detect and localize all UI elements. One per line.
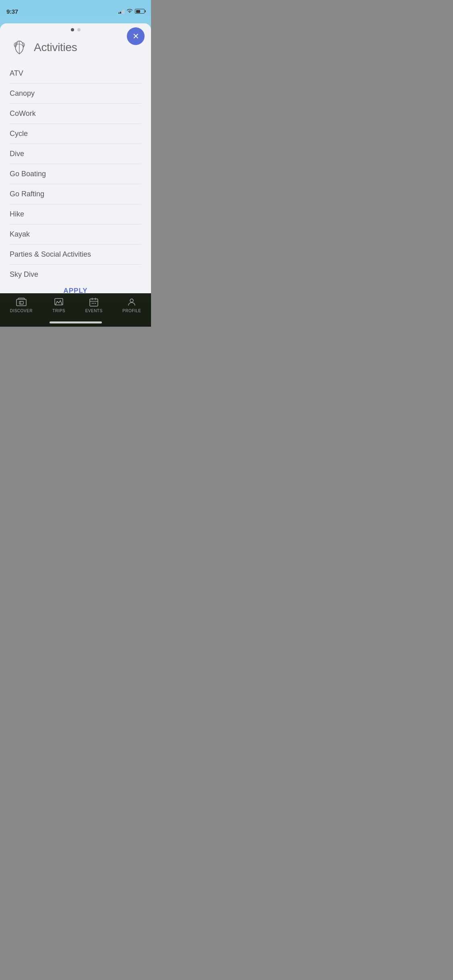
activity-item-cowork[interactable]: CoWork xyxy=(10,104,141,124)
activity-name: Canopy xyxy=(10,89,35,97)
nav-profile[interactable]: PROFILE xyxy=(122,297,141,313)
activity-name: CoWork xyxy=(10,109,36,117)
trips-icon xyxy=(53,297,64,307)
close-icon: ✕ xyxy=(132,32,139,40)
activity-name: ATV xyxy=(10,69,23,77)
activity-item-sky-dive[interactable]: Sky Dive xyxy=(10,265,141,280)
svg-point-11 xyxy=(130,299,133,302)
svg-point-10 xyxy=(95,303,96,304)
discover-icon xyxy=(16,297,27,307)
svg-point-8 xyxy=(92,303,93,304)
activity-name: Parties & Social Activities xyxy=(10,250,91,258)
activity-item-kayak[interactable]: Kayak xyxy=(10,224,141,245)
svg-rect-4 xyxy=(90,299,98,306)
modal-sheet: ✕ Activities ATV Canopy xyxy=(0,23,151,293)
activity-item-cycle[interactable]: Cycle xyxy=(10,124,141,144)
home-indicator xyxy=(50,321,102,323)
close-button[interactable]: ✕ xyxy=(127,27,145,45)
events-icon xyxy=(88,297,99,307)
activity-name: Kayak xyxy=(10,230,30,238)
activity-item-dive[interactable]: Dive xyxy=(10,144,141,164)
activity-name: Dive xyxy=(10,150,24,158)
sheet-title: Activities xyxy=(34,41,77,54)
events-label: EVENTS xyxy=(85,309,103,313)
trips-label: TRIPS xyxy=(52,309,65,313)
dot-2 xyxy=(77,28,81,31)
svg-rect-0 xyxy=(17,299,26,306)
activity-name: Go Rafting xyxy=(10,190,44,198)
nav-discover[interactable]: DISCOVER xyxy=(10,297,33,313)
activity-item-atv[interactable]: ATV xyxy=(10,64,141,84)
dot-1 xyxy=(71,28,74,31)
nav-events[interactable]: EVENTS xyxy=(85,297,103,313)
apply-section: APPLY xyxy=(0,280,151,293)
activity-name: Go Boating xyxy=(10,170,46,178)
activity-item-parties[interactable]: Parties & Social Activities xyxy=(10,245,141,265)
activities-icon xyxy=(10,38,29,57)
activity-list: ATV Canopy CoWork Cycle Dive Go Boating … xyxy=(0,64,151,280)
modal-overlay: ✕ Activities ATV Canopy xyxy=(0,0,151,293)
activity-item-hike[interactable]: Hike xyxy=(10,204,141,224)
activity-item-go-rafting[interactable]: Go Rafting xyxy=(10,184,141,204)
apply-button[interactable]: APPLY xyxy=(63,287,87,293)
activity-item-go-boating[interactable]: Go Boating xyxy=(10,164,141,184)
svg-rect-1 xyxy=(19,301,23,304)
activity-name: Sky Dive xyxy=(10,270,38,278)
profile-icon xyxy=(126,297,137,307)
profile-label: PROFILE xyxy=(122,309,141,313)
activity-name: Hike xyxy=(10,210,24,218)
activity-item-canopy[interactable]: Canopy xyxy=(10,84,141,104)
discover-label: DISCOVER xyxy=(10,309,33,313)
nav-trips[interactable]: TRIPS xyxy=(52,297,65,313)
activity-name: Cycle xyxy=(10,130,28,138)
svg-point-9 xyxy=(93,303,94,304)
